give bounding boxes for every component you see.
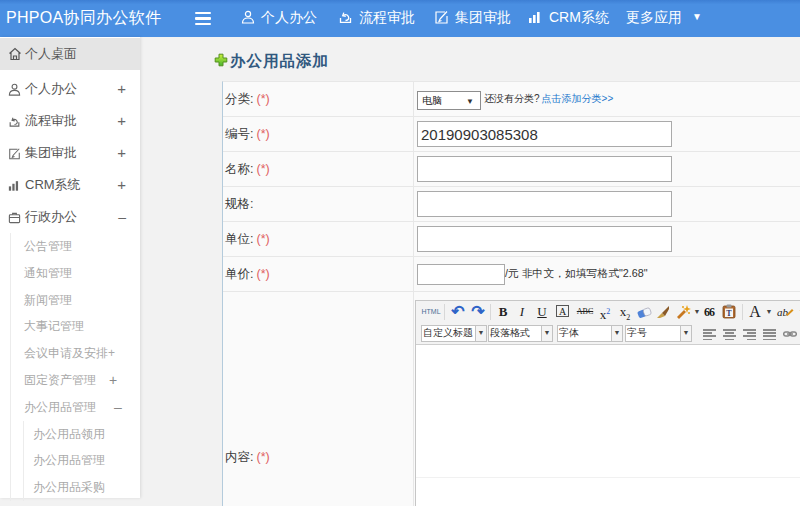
svg-text:T: T xyxy=(726,309,732,318)
